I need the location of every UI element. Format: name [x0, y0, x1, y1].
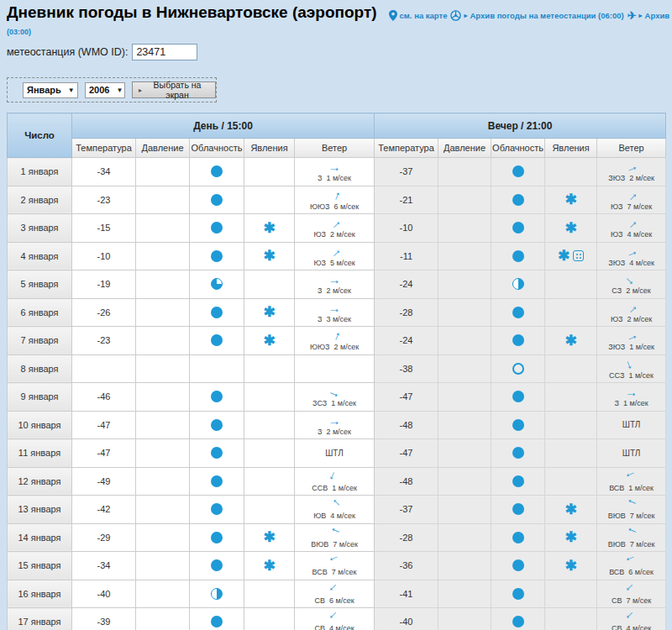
evening-phenomena-cell: [545, 467, 597, 496]
day-temperature-cell: -10: [72, 242, 136, 270]
calm-label: ШТЛ: [622, 420, 641, 429]
day-cloudiness-cell: [190, 354, 244, 383]
column-header-wind: Ветер: [295, 139, 375, 158]
table-row: 5 января -19 →З 2 м/сек -24 →СЗ 2 м/сек: [8, 270, 666, 299]
day-temperature-cell: -34: [72, 158, 136, 186]
date-cell: 17 января: [8, 608, 72, 630]
wind-direction-arrow-icon: →: [623, 159, 640, 176]
evening-cloudiness-cell: [491, 383, 545, 412]
snow-icon: ✱: [263, 530, 275, 544]
weather-diary-table: Число День / 15:00 Вечер / 21:00 Темпера…: [7, 113, 666, 630]
evening-temperature-cell: -37: [375, 496, 438, 524]
month-select[interactable]: Январь ▼: [23, 82, 78, 98]
evening-phenomena-cell: [545, 439, 597, 468]
date-cell: 14 января: [8, 523, 72, 552]
table-row: 13 января -42 →ЮВ 4 м/сек -37 ✱ →ВЮВ 7 м…: [8, 496, 666, 524]
day-wind-cell: →ЮЗ 5 м/сек: [295, 242, 375, 270]
cloudiness-icon-full: [512, 222, 524, 234]
day-pressure-cell: [136, 158, 190, 186]
table-row: 12 января -49 →ССВ 1 м/сек -48 →ВСВ 1 м/…: [8, 467, 666, 496]
day-phenomena-cell: [244, 383, 295, 412]
snow-icon: ✱: [564, 192, 576, 207]
evening-temperature-cell: -24: [375, 327, 438, 355]
cloudiness-icon-full: [211, 222, 223, 234]
table-row: 3 января -15 ✱ →ЮЗ 2 м/сек -10 ✱ →ЮЗ 4 м…: [8, 214, 666, 243]
evening-phenomena-cell: ✱: [545, 496, 597, 524]
station-archive-label: Архив погоды на метеостанции (06:00): [470, 11, 623, 20]
day-temperature-cell: -23: [72, 327, 136, 355]
cloudiness-icon-full: [211, 391, 223, 402]
wind-label: З 1 м/сек: [597, 400, 665, 407]
button-arrow-icon: ▸: [139, 87, 142, 94]
snow-icon: ✱: [564, 333, 576, 348]
day-cloudiness-cell: [190, 523, 244, 552]
day-pressure-cell: [136, 298, 190, 327]
evening-wind-cell: →ЮЗ 4 м/сек: [597, 214, 666, 243]
date-cell: 10 января: [8, 411, 72, 439]
page-title: Дневник погоды в Нижневартовске (аэропор…: [7, 3, 377, 22]
column-header-phenomena: Явления: [244, 139, 295, 158]
airport-archive-link[interactable]: ✈ ▸ Архив погоды в аэропорту: [627, 9, 672, 22]
wind-label: ЮВ 4 м/сек: [295, 512, 374, 520]
cloudiness-icon-full: [211, 419, 223, 431]
cloudiness-icon-full: [211, 250, 223, 262]
day-cloudiness-cell: [190, 158, 244, 186]
wheel-icon: [450, 10, 461, 21]
wind-direction-arrow-icon: →: [623, 524, 640, 541]
evening-cloudiness-cell: [491, 580, 545, 608]
day-phenomena-cell: [244, 354, 295, 383]
day-cloudiness-cell: [190, 411, 244, 439]
evening-temperature-cell: -48: [375, 411, 438, 439]
airport-archive-time[interactable]: (03:00): [7, 28, 31, 36]
day-cloudiness-cell: [190, 383, 244, 412]
station-archive-link[interactable]: ▸ Архив погоды на метеостанции (06:00): [450, 10, 623, 21]
year-select[interactable]: 2006 ▼: [85, 82, 125, 98]
day-wind-cell: →ЮЮЗ 6 м/сек: [295, 186, 375, 214]
wind-direction-arrow-icon: →: [623, 468, 640, 485]
evening-cloudiness-cell: [491, 327, 545, 355]
evening-temperature-cell: -28: [375, 298, 438, 327]
cloudiness-icon-full: [512, 532, 524, 543]
evening-pressure-cell: [438, 439, 491, 468]
evening-phenomena-cell: ✱: [545, 327, 597, 355]
day-cloudiness-cell: [190, 242, 244, 270]
wind-direction-arrow-icon: →: [328, 414, 341, 427]
wind-label: З 3 м/сек: [295, 316, 374, 323]
cloudiness-icon-full: [512, 391, 524, 402]
evening-temperature-cell: -41: [375, 580, 438, 608]
table-row: 16 января -40 →СВ 6 м/сек -41 →СВ 7 м/се…: [8, 580, 666, 608]
wind-label: ССВ 1 м/сек: [295, 485, 374, 492]
evening-cloudiness-cell: [491, 214, 545, 243]
evening-temperature-cell: -47: [375, 383, 438, 412]
show-on-screen-button[interactable]: ▸ Выбрать на экран: [132, 81, 216, 98]
evening-pressure-cell: [438, 214, 491, 243]
link-arrow-icon: ▸: [639, 12, 643, 19]
column-header-pressure: Давление: [438, 139, 491, 158]
wind-direction-arrow-icon: →: [326, 186, 343, 203]
evening-temperature-cell: -47: [375, 439, 438, 468]
evening-phenomena-cell: ✱: [545, 242, 597, 270]
date-cell: 3 января: [8, 214, 72, 243]
day-temperature-cell: -46: [72, 383, 136, 412]
evening-cloudiness-cell: [491, 158, 545, 186]
evening-phenomena-cell: [545, 298, 597, 327]
calm-label: ШТЛ: [325, 449, 344, 458]
day-cloudiness-cell: [190, 552, 244, 580]
map-pin-icon: [389, 10, 397, 21]
evening-cloudiness-cell: [491, 439, 545, 468]
cloudiness-icon-full: [512, 559, 524, 571]
wind-direction-arrow-icon: →: [622, 186, 640, 204]
evening-wind-cell: →СЗ 2 м/сек: [597, 270, 666, 299]
table-row: 4 января -10 ✱ →ЮЗ 5 м/сек -11 ✱ →ЗЮЗ 4 …: [8, 242, 666, 270]
table-row: 15 января -34 ✱ →ВСВ 7 м/сек -36 ✱ →ВСВ …: [8, 552, 666, 580]
cloudiness-icon-full: [211, 475, 223, 487]
wmo-id-input[interactable]: [132, 44, 197, 60]
map-link[interactable]: см. на карте: [389, 10, 448, 21]
evening-wind-cell: →ВСВ 1 м/сек: [597, 467, 666, 496]
wind-direction-arrow-icon: →: [622, 580, 640, 598]
day-wind-cell: →ВЮВ 7 м/сек: [295, 523, 375, 552]
evening-wind-cell: →ЗЮЗ 1 м/сек: [597, 327, 666, 355]
day-phenomena-cell: ✱: [244, 214, 295, 243]
wind-direction-arrow-icon: →: [328, 302, 341, 314]
day-phenomena-cell: ✱: [244, 552, 295, 580]
